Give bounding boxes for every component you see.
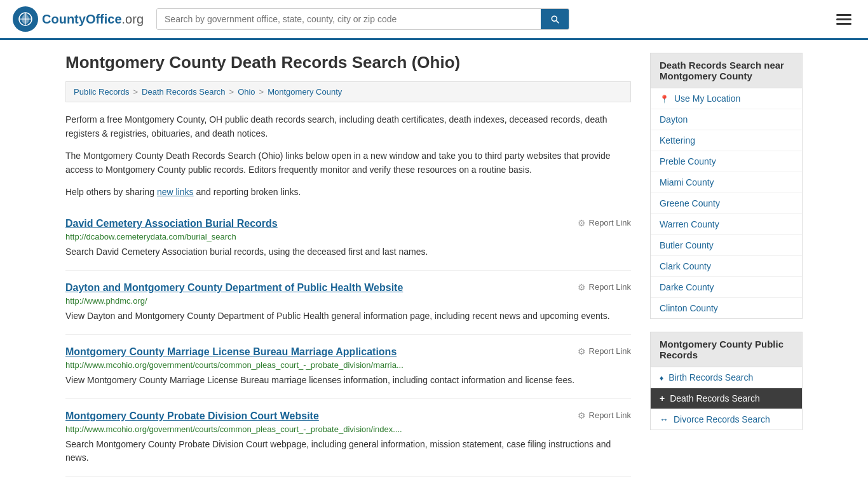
miami-label: Miami County: [660, 177, 714, 187]
result-url-3: http://www.mcohio.org/government/courts/…: [65, 360, 631, 370]
clinton-link[interactable]: Clinton County: [651, 298, 802, 318]
nearby-item-greene: Greene County: [651, 193, 802, 214]
divorce-icon: [660, 414, 668, 424]
nearby-item-preble: Preble County: [651, 151, 802, 172]
search-bar: [156, 8, 569, 30]
report-icon-2: ⚙: [578, 282, 586, 292]
results-list: David Cemetery Association Burial Record…: [65, 207, 631, 477]
menu-icon[interactable]: [832, 10, 855, 29]
menu-bar-2: [836, 18, 851, 20]
preble-label: Preble County: [660, 156, 716, 166]
records-list: Birth Records Search Death Records Searc…: [651, 367, 802, 430]
report-label-4: Report Link: [589, 410, 631, 420]
nearby-item-warren: Warren County: [651, 214, 802, 235]
breadcrumb-montgomery[interactable]: Montgomery County: [268, 87, 342, 97]
dayton-link[interactable]: Dayton: [651, 109, 802, 130]
nearby-item-darke: Darke County: [651, 277, 802, 298]
divorce-records-label: Divorce Records Search: [674, 414, 770, 424]
butler-label: Butler County: [660, 240, 714, 250]
result-desc-4: Search Montgomery County Probate Divisio…: [65, 438, 631, 464]
breadcrumb-public-records[interactable]: Public Records: [74, 87, 129, 97]
result-title-3[interactable]: Montgomery County Marriage License Burea…: [65, 346, 397, 358]
site-header: CountyOffice.org: [0, 0, 868, 40]
greene-label: Greene County: [660, 198, 720, 208]
preble-link[interactable]: Preble County: [651, 151, 802, 172]
logo-tld: .org: [122, 12, 144, 26]
report-icon-4: ⚙: [578, 410, 586, 421]
site-logo[interactable]: CountyOffice.org: [13, 6, 144, 32]
nearby-item-dayton: Dayton: [651, 109, 802, 130]
result-desc-2: View Dayton and Montgomery County Depart…: [65, 309, 631, 323]
records-item-death: Death Records Search: [651, 388, 802, 409]
search-input[interactable]: [157, 9, 541, 29]
report-icon-1: ⚙: [578, 218, 586, 228]
birth-records-link[interactable]: Birth Records Search: [651, 367, 802, 388]
menu-bar-3: [836, 23, 851, 25]
breadcrumb-ohio[interactable]: Ohio: [238, 87, 255, 97]
content-area: Montgomery County Death Records Search (…: [65, 53, 631, 477]
nearby-item-clark: Clark County: [651, 256, 802, 277]
report-label-3: Report Link: [589, 346, 631, 356]
birth-icon: [660, 372, 663, 383]
records-item-birth: Birth Records Search: [651, 367, 802, 388]
darke-label: Darke County: [660, 282, 714, 292]
clark-link[interactable]: Clark County: [651, 256, 802, 276]
death-icon: [660, 393, 665, 403]
result-url-2: http://www.phdmc.org/: [65, 296, 631, 306]
nearby-item-miami: Miami County: [651, 172, 802, 193]
logo-county: CountyOffice: [42, 12, 122, 26]
sidebar: Death Records Search near Montgomery Cou…: [650, 53, 803, 477]
records-item-divorce: Divorce Records Search: [651, 409, 802, 430]
warren-label: Warren County: [660, 219, 719, 229]
kettering-link[interactable]: Kettering: [651, 130, 802, 151]
logo-icon: [13, 6, 38, 32]
logo-text: CountyOffice.org: [42, 12, 144, 27]
search-icon: [550, 14, 560, 24]
result-url-4: http://www.mcohio.org/government/courts/…: [65, 424, 631, 434]
miami-link[interactable]: Miami County: [651, 172, 802, 193]
dayton-label: Dayton: [660, 114, 688, 125]
butler-link[interactable]: Butler County: [651, 235, 802, 255]
birth-records-label: Birth Records Search: [668, 372, 753, 383]
new-links-link[interactable]: new links: [157, 187, 194, 197]
report-link-2[interactable]: ⚙ Report Link: [578, 282, 631, 292]
intro-paragraph-1: Perform a free Montgomery County, OH pub…: [65, 112, 631, 141]
report-label-2: Report Link: [589, 282, 631, 292]
nearby-item-clinton: Clinton County: [651, 298, 802, 318]
result-item-1: David Cemetery Association Burial Record…: [65, 207, 631, 271]
darke-link[interactable]: Darke County: [651, 277, 802, 297]
nearby-section-header: Death Records Search near Montgomery Cou…: [651, 53, 802, 88]
records-section: Montgomery County Public Records Birth R…: [650, 332, 803, 430]
intro-paragraph-3: Help others by sharing new links and rep…: [65, 185, 631, 199]
records-section-header: Montgomery County Public Records: [651, 332, 802, 367]
greene-link[interactable]: Greene County: [651, 193, 802, 214]
report-link-4[interactable]: ⚙ Report Link: [578, 410, 631, 421]
result-item-3: Montgomery County Marriage License Burea…: [65, 335, 631, 399]
result-item-2: Dayton and Montgomery County Department …: [65, 271, 631, 335]
divorce-records-link[interactable]: Divorce Records Search: [651, 409, 802, 430]
death-records-link[interactable]: Death Records Search: [651, 388, 802, 409]
clinton-label: Clinton County: [660, 303, 718, 313]
report-link-3[interactable]: ⚙ Report Link: [578, 346, 631, 356]
nearby-section: Death Records Search near Montgomery Cou…: [650, 53, 803, 319]
result-url-1: http://dcabow.cemeterydata.com/burial_se…: [65, 232, 631, 241]
result-title-4[interactable]: Montgomery County Probate Division Court…: [65, 410, 319, 422]
use-my-location-link[interactable]: Use My Location: [651, 88, 802, 109]
warren-link[interactable]: Warren County: [651, 214, 802, 234]
death-records-label: Death Records Search: [670, 393, 760, 403]
result-item-4: Montgomery County Probate Division Court…: [65, 399, 631, 477]
result-desc-3: View Montgomery County Marriage License …: [65, 374, 631, 387]
result-title-2[interactable]: Dayton and Montgomery County Department …: [65, 282, 403, 294]
pin-icon: [660, 93, 669, 104]
breadcrumb-sep-2: >: [229, 87, 234, 97]
page-title: Montgomery County Death Records Search (…: [65, 53, 631, 72]
nearby-item-use-location: Use My Location: [651, 88, 802, 109]
nearby-list: Use My Location Dayton Kettering Preble …: [651, 88, 802, 318]
search-button[interactable]: [541, 9, 569, 29]
breadcrumb: Public Records > Death Records Search > …: [65, 81, 631, 102]
result-title-1[interactable]: David Cemetery Association Burial Record…: [65, 218, 278, 229]
main-container: Montgomery County Death Records Search (…: [53, 40, 815, 488]
report-link-1[interactable]: ⚙ Report Link: [578, 218, 631, 228]
breadcrumb-sep-1: >: [133, 87, 138, 97]
breadcrumb-death-records[interactable]: Death Records Search: [142, 87, 226, 97]
